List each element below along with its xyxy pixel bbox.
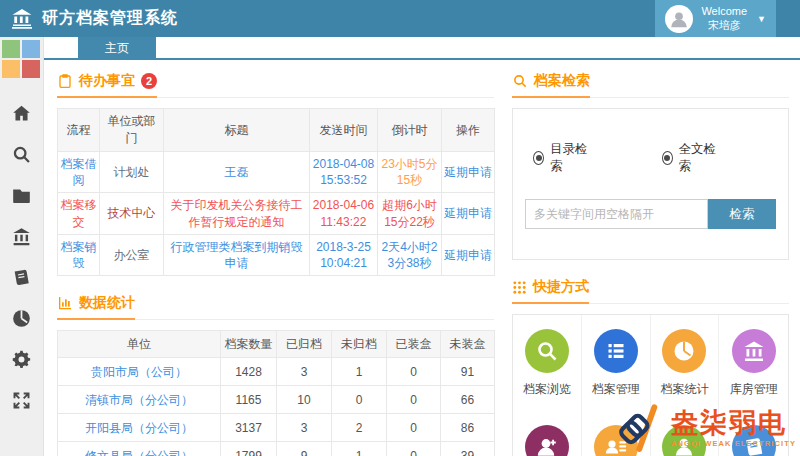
stats-column-header: 已归档 bbox=[277, 331, 332, 358]
user-plus-icon bbox=[525, 425, 569, 456]
stats-row: 修文县局（分公司）179991039 bbox=[58, 442, 495, 456]
stats-value: 1 bbox=[332, 442, 387, 456]
username: 宋培彦 bbox=[708, 19, 741, 31]
stats-row: 贵阳市局（公司）142831091 bbox=[58, 358, 495, 386]
stats-value: 3 bbox=[277, 414, 332, 442]
sidebar-item-book-icon[interactable] bbox=[11, 266, 33, 288]
bank-icon bbox=[732, 329, 776, 373]
brand-grid-square bbox=[2, 60, 20, 78]
sidebar-item-folder-icon[interactable] bbox=[11, 184, 33, 206]
sidebar-item-gear-icon[interactable] bbox=[11, 348, 33, 370]
stats-unit-link[interactable]: 开阳县局（分公司） bbox=[58, 414, 221, 442]
shortcut-item[interactable]: 库房管理 bbox=[719, 315, 788, 411]
shortcuts-title: 快捷方式 bbox=[533, 278, 589, 296]
tab-home[interactable]: 主页 bbox=[78, 37, 156, 60]
todo-column-header: 流程 bbox=[58, 109, 100, 152]
todo-section-header: 待办事宜 2 bbox=[57, 72, 494, 98]
shortcut-item[interactable]: 档案统计 bbox=[651, 315, 720, 411]
stats-value: 39 bbox=[441, 442, 495, 456]
todo-column-header: 发送时间 bbox=[310, 109, 378, 152]
user-welcome: Welcome 宋培彦 bbox=[701, 5, 747, 33]
stats-column-header: 未归档 bbox=[332, 331, 387, 358]
stats-unit-link[interactable]: 清镇市局（分公司） bbox=[58, 386, 221, 414]
stats-title: 数据统计 bbox=[79, 294, 135, 312]
app-header: 研方档案管理系统 Welcome 宋培彦 ▼ bbox=[0, 0, 800, 37]
stats-value: 0 bbox=[332, 386, 387, 414]
stats-unit-link[interactable]: 贵阳市局（公司） bbox=[58, 358, 221, 386]
search-input[interactable] bbox=[525, 199, 708, 229]
pie-chart-icon bbox=[662, 329, 706, 373]
sidebar-item-home-icon[interactable] bbox=[11, 102, 33, 124]
shortcut-item[interactable]: 档案浏览 bbox=[513, 315, 582, 411]
todo-delay-request-link[interactable]: 延期申请 bbox=[442, 152, 495, 193]
sidebar-item-bank-icon[interactable] bbox=[11, 225, 33, 247]
stats-value: 0 bbox=[387, 358, 441, 386]
brand-grid-square bbox=[22, 60, 40, 78]
todo-title: 待办事宜 bbox=[79, 72, 135, 90]
user-icon bbox=[662, 425, 706, 456]
stats-value: 1428 bbox=[221, 358, 277, 386]
list-icon bbox=[594, 329, 638, 373]
shortcut-item[interactable]: 档案编研 bbox=[719, 411, 788, 456]
shortcut-item[interactable]: 部门档案 bbox=[582, 411, 651, 456]
todo-column-header: 操作 bbox=[442, 109, 495, 152]
shortcut-item[interactable]: 个人档案 bbox=[651, 411, 720, 456]
todo-item-title[interactable]: 关于印发机关公务接待工作暂行规定的通知 bbox=[164, 193, 310, 234]
shortcut-item[interactable]: 我的 bbox=[513, 411, 582, 456]
welcome-label: Welcome bbox=[701, 5, 747, 17]
stats-value: 91 bbox=[441, 358, 495, 386]
todo-department: 办公室 bbox=[100, 234, 164, 275]
todo-delay-request-link[interactable]: 延期申请 bbox=[442, 234, 495, 275]
stats-column-header: 档案数量 bbox=[221, 331, 277, 358]
stats-unit-link[interactable]: 修文县局（分公司） bbox=[58, 442, 221, 456]
radio-label: 目录检索 bbox=[550, 141, 588, 175]
shortcut-label: 档案统计 bbox=[660, 381, 708, 398]
stats-value: 10 bbox=[277, 386, 332, 414]
bar-chart-icon bbox=[57, 295, 73, 311]
todo-table: 流程单位或部门标题发送时间倒计时操作 档案借阅计划处王磊2018-04-08 1… bbox=[57, 108, 495, 276]
todo-count-badge: 2 bbox=[141, 73, 157, 89]
sidebar-item-search-icon[interactable] bbox=[11, 143, 33, 165]
sidebar-item-pie-icon[interactable] bbox=[11, 307, 33, 329]
stats-value: 3 bbox=[277, 358, 332, 386]
search-title: 档案检索 bbox=[534, 72, 590, 90]
todo-countdown: 23小时5分15秒 bbox=[378, 152, 442, 193]
grid-dots-icon bbox=[512, 280, 527, 295]
todo-delay-request-link[interactable]: 延期申请 bbox=[442, 193, 495, 234]
radio-icon bbox=[533, 151, 544, 165]
todo-row: 档案借阅计划处王磊2018-04-08 15:53:5223小时5分15秒延期申… bbox=[58, 152, 495, 193]
sidebar-item-expand-icon[interactable] bbox=[11, 389, 33, 411]
search-icon bbox=[525, 329, 569, 373]
shortcut-label: 档案管理 bbox=[592, 381, 640, 398]
shortcuts-section-header: 快捷方式 bbox=[512, 278, 789, 304]
stats-value: 66 bbox=[441, 386, 495, 414]
brand-grid-square bbox=[2, 40, 20, 58]
radio-catalog-search[interactable]: 目录检索 bbox=[533, 141, 588, 175]
app-title: 研方档案管理系统 bbox=[42, 8, 178, 29]
stats-value: 9 bbox=[277, 442, 332, 456]
sidebar bbox=[0, 37, 44, 456]
todo-department: 技术中心 bbox=[100, 193, 164, 234]
todo-item-title[interactable]: 行政管理类档案到期销毁申请 bbox=[164, 234, 310, 275]
main-area: 主页 待办事宜 2 流程单位或部门标题发送时间倒计时操作 档案借阅计划处王磊20… bbox=[43, 37, 800, 456]
radio-fulltext-search[interactable]: 全文检索 bbox=[662, 141, 717, 175]
stats-value: 0 bbox=[387, 386, 441, 414]
todo-item-title[interactable]: 王磊 bbox=[164, 152, 310, 193]
stats-value: 1799 bbox=[221, 442, 277, 456]
stats-value: 86 bbox=[441, 414, 495, 442]
user-menu[interactable]: Welcome 宋培彦 ▼ bbox=[655, 0, 776, 37]
search-panel: 目录检索全文检索 检索 bbox=[512, 108, 789, 260]
avatar bbox=[665, 5, 693, 33]
chevron-down-icon: ▼ bbox=[757, 14, 766, 24]
todo-send-time: 2018-3-25 10:04:21 bbox=[310, 234, 378, 275]
tab-bar: 主页 bbox=[43, 37, 800, 60]
brand-grid-logo bbox=[0, 37, 43, 88]
stats-column-header: 单位 bbox=[58, 331, 221, 358]
todo-countdown: 2天4小时23分38秒 bbox=[378, 234, 442, 275]
todo-column-header: 单位或部门 bbox=[100, 109, 164, 152]
shortcut-item[interactable]: 档案管理 bbox=[582, 315, 651, 411]
stats-value: 3137 bbox=[221, 414, 277, 442]
search-button[interactable]: 检索 bbox=[708, 199, 776, 229]
app-logo-bank-icon bbox=[10, 7, 34, 31]
stats-value: 0 bbox=[387, 442, 441, 456]
